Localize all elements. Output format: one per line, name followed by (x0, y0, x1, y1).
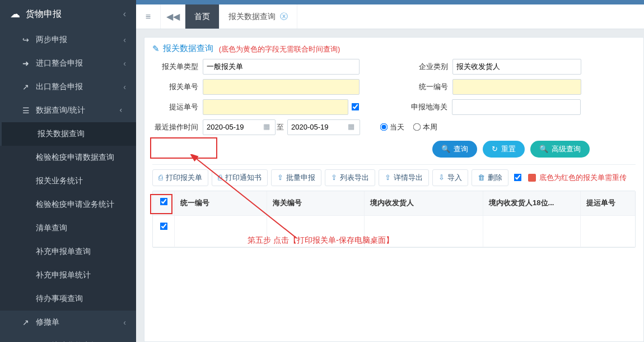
chevron-left-icon: ‹ (123, 82, 126, 91)
sidebar-item-label: 进口整合申报 (36, 58, 83, 68)
tabsbar: ≡ ◀◀ 首页 报关数据查询 ⓧ (136, 4, 644, 29)
range-separator: 至 (277, 122, 284, 132)
sidebar-item-two-step[interactable]: ↪ 两步申报 ‹ (0, 28, 136, 52)
cloud-icon: ☁ (10, 8, 20, 20)
refresh-icon: ↻ (492, 145, 498, 153)
zoom-icon: 🔍 (539, 145, 548, 153)
sidebar-header: ☁ 货物申报 ‹ (0, 0, 136, 28)
upload-icon: ⇧ (385, 173, 391, 182)
sidebar-item-low-value[interactable]: ↗ 低值快速货物申报 ‹ (0, 334, 136, 342)
subitem-todo-query[interactable]: 待办事项查询 (0, 287, 136, 311)
close-icon[interactable]: ⓧ (280, 12, 288, 22)
input-customs[interactable] (452, 99, 581, 115)
delete-button[interactable]: 🗑删除 (472, 169, 508, 186)
sidebar-item-label: 数据查询/统计 (36, 105, 85, 115)
sidebar-item-data-query[interactable]: ☰ 数据查询/统计 ⌄ (0, 99, 136, 122)
cell-unified-no (175, 216, 267, 247)
cell-dom-consignee (365, 216, 483, 247)
arrow-icon: ↗ (21, 82, 30, 91)
cell-bl-no (581, 216, 635, 247)
sidebar-item-export[interactable]: ↗ 出口整合申报 ‹ (0, 75, 136, 99)
submenu-data-query: 报关数据查询 检验检疫申请数据查询 报关业务统计 检验检疫申请业务统计 清单查询… (0, 122, 136, 311)
toolbar: ⎙打印报关单 ⎙打印通知书 ⇧批量申报 ⇧列表导出 ⇧详情导出 ⇩导入 🗑删除 … (152, 164, 636, 191)
tab-home[interactable]: 首页 (185, 4, 220, 29)
import-button[interactable]: ⇩导入 (432, 169, 468, 186)
subitem-inspection-stats[interactable]: 检验检疫申请业务统计 (0, 193, 136, 216)
upload-icon: ⇧ (277, 173, 283, 182)
trash-icon: 🗑 (478, 173, 485, 182)
input-decl-type[interactable] (203, 59, 360, 75)
detail-export-button[interactable]: ⇧详情导出 (379, 169, 429, 186)
sidebar-item-label: 修撤单 (36, 317, 59, 327)
input-date-from[interactable] (203, 119, 276, 135)
checkbox-bl-no[interactable] (352, 103, 360, 111)
subitem-supp-query[interactable]: 补充申报单查询 (0, 240, 136, 264)
cell-dom-consignee-18 (483, 216, 581, 247)
chevron-left-icon[interactable]: ‹ (123, 9, 126, 19)
table-row[interactable] (153, 216, 635, 247)
list-icon: ☰ (21, 106, 30, 115)
cell-customs-no (267, 216, 365, 247)
chevron-down-icon: ⌄ (118, 107, 127, 114)
subitem-decl-query[interactable]: 报关数据查询 (0, 122, 136, 146)
search-icon: 🔍 (441, 145, 450, 153)
col-dom-consignee[interactable]: 境内收发货人 (365, 191, 483, 216)
arrow-icon: ➜ (21, 59, 30, 68)
input-unified-no[interactable] (452, 79, 581, 95)
select-all-checkbox[interactable] (160, 197, 167, 205)
arrow-icon: ↪ (21, 35, 30, 44)
col-dom-consignee-18[interactable]: 境内收发货人18位... (483, 191, 581, 216)
print-notice-button[interactable]: ⎙打印通知书 (212, 169, 268, 186)
sidebar: ☁ 货物申报 ‹ ↪ 两步申报 ‹ ➜ 进口整合申报 ‹ ↗ 出口整合申报 ‹ … (0, 0, 136, 342)
main: ≡ ◀◀ 首页 报关数据查询 ⓧ ✎ 报关数据查询 (底色为黄色的字段无需联合时… (136, 0, 644, 342)
col-customs-no[interactable]: 海关编号 (267, 191, 365, 216)
label-ent-type: 企业类别 (402, 62, 452, 72)
batch-decl-button[interactable]: ⇧批量申报 (271, 169, 321, 186)
panel-title: ✎ 报关数据查询 (152, 43, 213, 54)
search-button[interactable]: 🔍查询 (432, 141, 477, 158)
panel-note: (底色为黄色的字段无需联合时间查询) (219, 45, 340, 53)
radio-today[interactable]: 当天 (380, 122, 404, 132)
tab-label: 报关数据查询 (228, 12, 276, 22)
sidebar-item-label: 出口整合申报 (36, 82, 83, 92)
advanced-search-button[interactable]: 🔍高级查询 (530, 141, 590, 158)
topbar-accent (136, 0, 644, 4)
search-form: 报关单类型 企业类别 报关单号 (152, 59, 636, 158)
input-decl-no[interactable] (203, 79, 360, 95)
edit-icon: ✎ (152, 44, 160, 54)
chevron-left-icon: ‹ (123, 35, 126, 44)
tabs-back-button[interactable]: ◀◀ (161, 4, 185, 29)
tabs-menu-button[interactable]: ≡ (136, 4, 161, 29)
arrow-icon: ↗ (21, 318, 30, 327)
col-unified-no[interactable]: 统一编号 (175, 191, 267, 216)
subitem-decl-stats[interactable]: 报关业务统计 (0, 169, 136, 193)
row-checkbox[interactable] (160, 222, 167, 230)
label-decl-type: 报关单类型 (152, 62, 203, 72)
download-icon: ⇩ (438, 173, 445, 182)
input-ent-type[interactable] (452, 59, 581, 75)
red-square-icon (528, 174, 536, 182)
label-decl-no: 报关单号 (152, 82, 203, 92)
subitem-supp-stats[interactable]: 补充申报单统计 (0, 264, 136, 287)
chevron-left-icon: ‹ (123, 318, 126, 327)
tab-decl-query[interactable]: 报关数据查询 ⓧ (220, 4, 297, 29)
label-bl-no: 提运单号 (152, 102, 203, 112)
input-bl-no[interactable] (203, 99, 348, 115)
radio-week[interactable]: 本周 (413, 122, 437, 132)
col-bl-no[interactable]: 提运单号 (581, 191, 635, 216)
toolbar-note: 底色为红色的报关单需重传 (528, 173, 627, 183)
input-date-to[interactable] (287, 119, 360, 135)
print-decl-button[interactable]: ⎙打印报关单 (152, 169, 208, 186)
sidebar-item-import[interactable]: ➜ 进口整合申报 ‹ (0, 52, 136, 75)
label-last-op: 最近操作时间 (152, 122, 203, 132)
panel: ✎ 报关数据查询 (底色为黄色的字段无需联合时间查询) 报关单类型 (144, 37, 644, 342)
subitem-inspection-query[interactable]: 检验检疫申请数据查询 (0, 146, 136, 169)
upload-icon: ⇧ (331, 173, 337, 182)
reset-button[interactable]: ↻重置 (483, 141, 525, 158)
sidebar-title: 货物申报 (26, 8, 62, 20)
sidebar-item-amend[interactable]: ↗ 修撤单 ‹ (0, 311, 136, 334)
list-export-button[interactable]: ⇧列表导出 (325, 169, 375, 186)
sidebar-item-label: 两步申报 (36, 35, 67, 45)
subitem-list-query[interactable]: 清单查询 (0, 216, 136, 240)
toolbar-checkbox[interactable] (514, 174, 522, 182)
